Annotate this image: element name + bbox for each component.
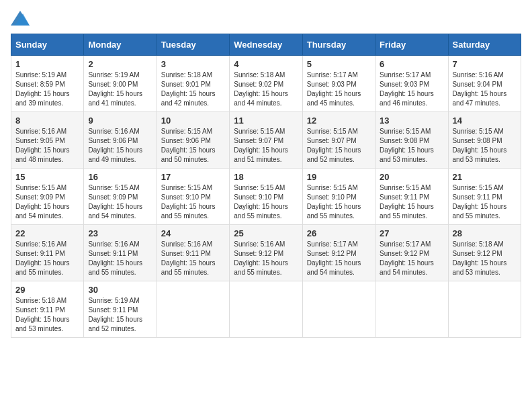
day-info: Sunrise: 5:17 AM Sunset: 9:12 PM Dayligh…: [307, 240, 371, 277]
weekday-header-cell: Friday: [375, 34, 448, 56]
calendar-week-row: 15 Sunrise: 5:15 AM Sunset: 9:09 PM Dayl…: [11, 169, 521, 225]
day-info: Sunrise: 5:15 AM Sunset: 9:08 PM Dayligh…: [453, 127, 517, 165]
day-number: 12: [307, 116, 371, 126]
day-number: 29: [15, 285, 79, 295]
day-number: 13: [380, 116, 443, 126]
calendar-week-row: 22 Sunrise: 5:16 AM Sunset: 9:11 PM Dayl…: [11, 225, 521, 281]
day-number: 4: [234, 59, 298, 69]
calendar-day-cell: 27 Sunrise: 5:17 AM Sunset: 9:12 PM Dayl…: [375, 225, 448, 281]
day-info: Sunrise: 5:18 AM Sunset: 9:01 PM Dayligh…: [161, 71, 225, 108]
calendar-day-cell: 2 Sunrise: 5:19 AM Sunset: 9:00 PM Dayli…: [84, 56, 157, 112]
calendar-day-cell: 16 Sunrise: 5:15 AM Sunset: 9:09 PM Dayl…: [84, 169, 157, 225]
calendar-week-row: 29 Sunrise: 5:18 AM Sunset: 9:11 PM Dayl…: [11, 281, 521, 338]
weekday-header-cell: Monday: [84, 34, 157, 56]
day-number: 17: [161, 172, 225, 182]
weekday-header-row: SundayMondayTuesdayWednesdayThursdayFrid…: [11, 34, 521, 56]
day-number: 20: [380, 172, 443, 182]
weekday-header-cell: Wednesday: [230, 34, 302, 56]
calendar-day-cell: 22 Sunrise: 5:16 AM Sunset: 9:11 PM Dayl…: [11, 225, 84, 281]
day-number: 23: [88, 228, 152, 238]
day-number: 7: [453, 59, 517, 69]
weekday-header-cell: Tuesday: [157, 34, 229, 56]
calendar-day-cell: 7 Sunrise: 5:16 AM Sunset: 9:04 PM Dayli…: [448, 56, 521, 112]
calendar-day-cell: 25 Sunrise: 5:16 AM Sunset: 9:12 PM Dayl…: [230, 225, 302, 281]
calendar-day-cell: 12 Sunrise: 5:15 AM Sunset: 9:07 PM Dayl…: [302, 112, 375, 169]
calendar-day-cell: 15 Sunrise: 5:15 AM Sunset: 9:09 PM Dayl…: [11, 169, 84, 225]
calendar-day-cell: 13 Sunrise: 5:15 AM Sunset: 9:08 PM Dayl…: [375, 112, 448, 169]
weekday-header-cell: Saturday: [448, 34, 521, 56]
day-info: Sunrise: 5:15 AM Sunset: 9:07 PM Dayligh…: [234, 127, 298, 165]
day-info: Sunrise: 5:15 AM Sunset: 9:07 PM Dayligh…: [307, 127, 371, 165]
calendar-day-cell: [157, 281, 229, 338]
day-info: Sunrise: 5:16 AM Sunset: 9:06 PM Dayligh…: [88, 127, 152, 165]
day-number: 15: [15, 172, 79, 182]
calendar-day-cell: 19 Sunrise: 5:15 AM Sunset: 9:10 PM Dayl…: [302, 169, 375, 225]
day-number: 1: [15, 59, 79, 69]
logo: [11, 11, 32, 26]
day-info: Sunrise: 5:18 AM Sunset: 9:12 PM Dayligh…: [453, 240, 517, 277]
day-number: 18: [234, 172, 298, 182]
day-info: Sunrise: 5:15 AM Sunset: 9:10 PM Dayligh…: [161, 183, 225, 221]
calendar-day-cell: 23 Sunrise: 5:16 AM Sunset: 9:11 PM Dayl…: [84, 225, 157, 281]
day-number: 9: [88, 116, 152, 126]
day-number: 19: [307, 172, 371, 182]
calendar-day-cell: 21 Sunrise: 5:15 AM Sunset: 9:11 PM Dayl…: [448, 169, 521, 225]
weekday-header-cell: Sunday: [11, 34, 84, 56]
day-info: Sunrise: 5:16 AM Sunset: 9:05 PM Dayligh…: [15, 127, 79, 165]
day-info: Sunrise: 5:15 AM Sunset: 9:11 PM Dayligh…: [380, 183, 443, 221]
calendar-day-cell: 10 Sunrise: 5:15 AM Sunset: 9:06 PM Dayl…: [157, 112, 229, 169]
day-number: 24: [161, 228, 225, 238]
day-number: 25: [234, 228, 298, 238]
calendar-day-cell: 4 Sunrise: 5:18 AM Sunset: 9:02 PM Dayli…: [230, 56, 302, 112]
calendar-day-cell: 29 Sunrise: 5:18 AM Sunset: 9:11 PM Dayl…: [11, 281, 84, 338]
calendar-day-cell: [448, 281, 521, 338]
calendar-day-cell: 6 Sunrise: 5:17 AM Sunset: 9:03 PM Dayli…: [375, 56, 448, 112]
day-number: 6: [380, 59, 443, 69]
calendar-day-cell: 24 Sunrise: 5:16 AM Sunset: 9:11 PM Dayl…: [157, 225, 229, 281]
calendar-day-cell: 14 Sunrise: 5:15 AM Sunset: 9:08 PM Dayl…: [448, 112, 521, 169]
day-info: Sunrise: 5:17 AM Sunset: 9:03 PM Dayligh…: [307, 71, 371, 108]
calendar-day-cell: 30 Sunrise: 5:19 AM Sunset: 9:11 PM Dayl…: [84, 281, 157, 338]
day-info: Sunrise: 5:16 AM Sunset: 9:11 PM Dayligh…: [161, 240, 225, 277]
day-info: Sunrise: 5:19 AM Sunset: 9:11 PM Dayligh…: [88, 296, 152, 334]
day-number: 8: [15, 116, 79, 126]
day-info: Sunrise: 5:15 AM Sunset: 9:08 PM Dayligh…: [380, 127, 443, 165]
calendar-table: SundayMondayTuesdayWednesdayThursdayFrid…: [11, 34, 521, 338]
calendar-week-row: 8 Sunrise: 5:16 AM Sunset: 9:05 PM Dayli…: [11, 112, 521, 169]
calendar-day-cell: [302, 281, 375, 338]
day-info: Sunrise: 5:15 AM Sunset: 9:11 PM Dayligh…: [453, 183, 517, 221]
calendar-day-cell: 3 Sunrise: 5:18 AM Sunset: 9:01 PM Dayli…: [157, 56, 229, 112]
day-number: 14: [453, 116, 517, 126]
day-number: 3: [161, 59, 225, 69]
calendar-day-cell: 28 Sunrise: 5:18 AM Sunset: 9:12 PM Dayl…: [448, 225, 521, 281]
calendar-day-cell: 9 Sunrise: 5:16 AM Sunset: 9:06 PM Dayli…: [84, 112, 157, 169]
day-info: Sunrise: 5:18 AM Sunset: 9:02 PM Dayligh…: [234, 71, 298, 108]
day-info: Sunrise: 5:15 AM Sunset: 9:10 PM Dayligh…: [234, 183, 298, 221]
day-info: Sunrise: 5:19 AM Sunset: 9:00 PM Dayligh…: [88, 71, 152, 108]
calendar-day-cell: 5 Sunrise: 5:17 AM Sunset: 9:03 PM Dayli…: [302, 56, 375, 112]
calendar-day-cell: 8 Sunrise: 5:16 AM Sunset: 9:05 PM Dayli…: [11, 112, 84, 169]
calendar-day-cell: 26 Sunrise: 5:17 AM Sunset: 9:12 PM Dayl…: [302, 225, 375, 281]
day-number: 26: [307, 228, 371, 238]
page-header: [11, 11, 521, 26]
day-number: 30: [88, 285, 152, 295]
calendar-day-cell: 18 Sunrise: 5:15 AM Sunset: 9:10 PM Dayl…: [230, 169, 302, 225]
day-info: Sunrise: 5:18 AM Sunset: 9:11 PM Dayligh…: [15, 296, 79, 334]
day-info: Sunrise: 5:15 AM Sunset: 9:09 PM Dayligh…: [88, 183, 152, 221]
weekday-header-cell: Thursday: [302, 34, 375, 56]
day-info: Sunrise: 5:15 AM Sunset: 9:09 PM Dayligh…: [15, 183, 79, 221]
day-info: Sunrise: 5:15 AM Sunset: 9:06 PM Dayligh…: [161, 127, 225, 165]
calendar-day-cell: 17 Sunrise: 5:15 AM Sunset: 9:10 PM Dayl…: [157, 169, 229, 225]
calendar-day-cell: [230, 281, 302, 338]
day-number: 2: [88, 59, 152, 69]
calendar-week-row: 1 Sunrise: 5:19 AM Sunset: 8:59 PM Dayli…: [11, 56, 521, 112]
day-info: Sunrise: 5:15 AM Sunset: 9:10 PM Dayligh…: [307, 183, 371, 221]
day-number: 21: [453, 172, 517, 182]
day-info: Sunrise: 5:16 AM Sunset: 9:11 PM Dayligh…: [15, 240, 79, 277]
day-number: 28: [453, 228, 517, 238]
calendar-day-cell: 20 Sunrise: 5:15 AM Sunset: 9:11 PM Dayl…: [375, 169, 448, 225]
day-info: Sunrise: 5:16 AM Sunset: 9:11 PM Dayligh…: [88, 240, 152, 277]
day-number: 5: [307, 59, 371, 69]
day-number: 10: [161, 116, 225, 126]
calendar-day-cell: 1 Sunrise: 5:19 AM Sunset: 8:59 PM Dayli…: [11, 56, 84, 112]
